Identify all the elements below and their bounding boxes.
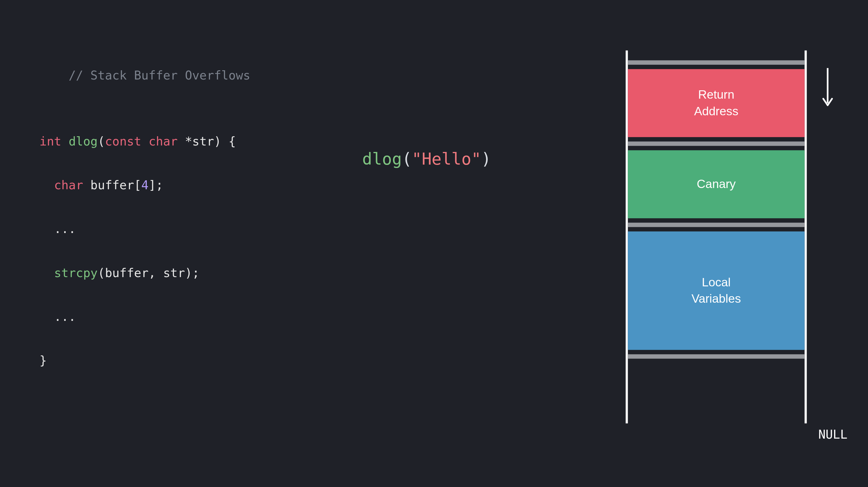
ellipsis-2: ... [54, 310, 76, 323]
call-open: ( [402, 149, 412, 168]
frame-canary: Canary [628, 151, 804, 219]
stack-separator [628, 60, 804, 65]
num-4: 4 [141, 178, 149, 192]
stack-frames: Return Address Canary Local Variables [628, 60, 804, 359]
stack-rail-right [804, 51, 807, 423]
frame-label: Canary [697, 176, 736, 192]
fn-dlog-decl: dlog [68, 134, 97, 148]
stack-separator [628, 223, 804, 227]
fn-strcpy: strcpy [54, 266, 97, 280]
frame-return-address: Return Address [628, 69, 804, 137]
param-str: str [192, 134, 214, 148]
stack-rail-left [625, 51, 628, 423]
call-close: ) [481, 149, 491, 168]
call-fn: dlog [362, 149, 402, 168]
paren-open: ( [98, 134, 105, 148]
bracket-close: ]; [149, 178, 163, 192]
stack-separator [628, 354, 804, 358]
code-comment: // Stack Buffer Overflows [68, 68, 250, 82]
stack-separator [628, 141, 804, 146]
frame-label: Return [698, 87, 735, 103]
kw-int: int [39, 134, 61, 148]
star-sp: * [178, 134, 192, 148]
decl-close: ) { [214, 134, 236, 148]
kw-char: char [54, 178, 83, 192]
kw-const-char: const char [105, 134, 178, 148]
id-buffer: buffer [83, 178, 134, 192]
brace-close: } [39, 354, 47, 367]
call-expression: dlog("Hello") [362, 149, 491, 168]
call-string: "Hello" [412, 149, 481, 168]
frame-local-variables: Local Variables [628, 231, 804, 350]
code-block: // Stack Buffer Overflows int dlog(const… [39, 43, 250, 394]
frame-label: Variables [691, 291, 741, 307]
arrow-down-icon [821, 67, 834, 108]
strcpy-args: (buffer, str); [98, 266, 199, 280]
null-label: NULL [818, 428, 847, 442]
frame-label: Local [702, 274, 731, 291]
ellipsis-1: ... [54, 222, 76, 236]
frame-label: Address [694, 103, 739, 120]
bracket-open: [ [134, 178, 141, 192]
